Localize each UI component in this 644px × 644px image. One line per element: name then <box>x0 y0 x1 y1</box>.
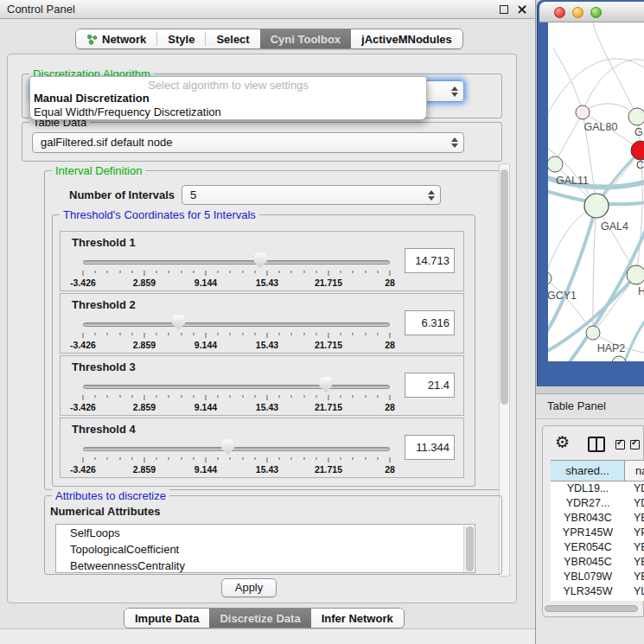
checkbox-icon[interactable] <box>630 440 640 450</box>
slider-track[interactable] <box>83 447 390 451</box>
table-row[interactable]: YIL052CYIL0 <box>551 599 644 601</box>
scrollbar-thumb[interactable] <box>545 605 638 612</box>
table-row[interactable]: YDR27...YDR2 <box>551 496 644 511</box>
column-header-name[interactable]: na <box>625 461 644 481</box>
tick-label: 15.43 <box>256 402 278 412</box>
cell-name[interactable]: YBR0 <box>625 555 644 570</box>
cell-name[interactable]: YIL0 <box>625 599 644 601</box>
cell-shared-name[interactable]: YPR145W <box>551 526 625 540</box>
tab-style[interactable]: Style <box>157 29 205 48</box>
list-item[interactable]: BetweennessCentrality <box>56 558 475 573</box>
zoom-traffic-light-icon[interactable] <box>590 7 602 18</box>
slider-thumb[interactable] <box>172 315 185 330</box>
table-row[interactable]: YBL079WYBL0 <box>551 570 644 584</box>
tick-mark <box>206 457 207 462</box>
tab-network[interactable]: Network <box>76 29 156 48</box>
threshold-value-field[interactable]: 6.316 <box>405 310 455 335</box>
tab-infer-network[interactable]: Infer Network <box>311 609 404 628</box>
float-window-icon[interactable] <box>500 5 508 14</box>
cell-name[interactable]: YBL0 <box>625 570 644 584</box>
tab-discretize-data[interactable]: Discretize Data <box>209 609 310 628</box>
network-icon <box>86 34 98 45</box>
network-node-top-right[interactable] <box>628 108 644 125</box>
table-row[interactable]: YBR045CYBR0 <box>551 555 644 570</box>
gear-icon[interactable]: ⚙ <box>555 434 570 450</box>
column-header-shared-name[interactable]: shared... <box>551 461 625 481</box>
threshold-value-field[interactable]: 21.4 <box>405 373 455 398</box>
slider-track[interactable] <box>83 385 390 389</box>
cell-shared-name[interactable]: YBR045C <box>551 555 625 570</box>
cell-shared-name[interactable]: YDL19... <box>551 481 625 496</box>
cell-shared-name[interactable]: YIL052C <box>551 599 625 601</box>
threshold-slider[interactable]: -3.4262.8599.14415.4321.71528 <box>83 251 390 290</box>
slider-thumb[interactable] <box>221 439 234 455</box>
network-node-hap2[interactable] <box>586 326 600 340</box>
slider-track[interactable] <box>83 322 390 327</box>
network-edge[interactable] <box>553 48 583 112</box>
popup-option-manual-discretization[interactable]: Manual Discretization <box>30 92 426 105</box>
apply-button[interactable]: Apply <box>221 578 277 597</box>
list-vertical-scrollbar[interactable] <box>463 526 474 573</box>
tab-impute-data[interactable]: Impute Data <box>124 609 209 628</box>
network-node-h[interactable] <box>627 265 644 284</box>
table-horizontal-scrollbar[interactable] <box>545 604 643 612</box>
network-canvas[interactable]: GAL80 G GAL11 C GAL4 GCY1 H HAP2 <box>548 22 644 361</box>
list-item[interactable]: SelfLoops <box>56 525 475 541</box>
tick-mark <box>119 395 120 398</box>
scrollbar-thumb[interactable] <box>466 526 474 571</box>
threshold-slider[interactable]: -3.4262.8599.14415.4321.71528 <box>83 375 390 415</box>
cell-shared-name[interactable]: YBR043C <box>551 511 625 526</box>
cell-shared-name[interactable]: YER054C <box>551 540 625 555</box>
cell-name[interactable]: YER0 <box>625 540 644 555</box>
slider-thumb[interactable] <box>319 377 332 392</box>
cell-shared-name[interactable]: YLR345W <box>551 584 625 599</box>
cell-name[interactable]: YPR1 <box>625 526 644 540</box>
cell-name[interactable]: YLR3 <box>625 584 644 599</box>
cell-shared-name[interactable]: YDR27... <box>551 496 625 511</box>
table-row[interactable]: YER054CYER0 <box>551 540 644 555</box>
minimize-traffic-light-icon[interactable] <box>572 7 583 18</box>
network-node-gal4[interactable] <box>584 194 609 218</box>
threshold-panel-1: Threshold 1 -3.4262.8599.14415.4321.7152… <box>60 231 464 291</box>
threshold-value-field[interactable]: 11.344 <box>405 435 455 460</box>
network-edge[interactable] <box>593 275 636 333</box>
network-edge[interactable] <box>548 206 596 278</box>
network-node-gal11[interactable] <box>548 156 563 172</box>
cell-name[interactable]: YBR0 <box>625 511 644 526</box>
network-edge[interactable] <box>591 22 637 117</box>
table-panel-title: Table Panel <box>547 399 606 412</box>
table-row[interactable]: YLR345WYLR3 <box>551 584 644 599</box>
table-row[interactable]: YPR145WYPR1 <box>551 526 644 540</box>
tab-select[interactable]: Select <box>206 29 259 48</box>
numerical-attributes-list[interactable]: SelfLoopsTopologicalCoefficientBetweenne… <box>55 524 475 573</box>
threshold-value-field[interactable]: 14.713 <box>405 248 455 273</box>
threshold-slider[interactable]: -3.4262.8599.14415.4321.71528 <box>83 437 390 477</box>
table-data-combobox[interactable]: galFiltered.sif default node <box>32 132 464 153</box>
slider-ticks <box>83 269 390 276</box>
cell-name[interactable]: YDL1 <box>625 481 644 496</box>
table-row[interactable]: YBR043CYBR0 <box>551 511 644 526</box>
slider-track[interactable] <box>83 260 390 265</box>
cell-shared-name[interactable]: YBL079W <box>551 570 625 584</box>
split-columns-icon[interactable] <box>588 437 605 452</box>
slider-thumb[interactable] <box>254 252 267 268</box>
tab-jactivemnodules[interactable]: jActiveMNodules <box>351 29 462 48</box>
network-edge-thick[interactable] <box>624 318 644 361</box>
threshold-slider[interactable]: -3.4262.8599.14415.4321.71528 <box>83 313 390 353</box>
cell-name[interactable]: YDR2 <box>625 496 644 511</box>
tab-cyni-toolbox[interactable]: Cyni Toolbox <box>260 29 351 48</box>
checkbox-icon[interactable] <box>615 440 625 450</box>
bottom-strip <box>0 628 536 644</box>
network-edge[interactable] <box>555 112 583 164</box>
scrollbar-thumb[interactable] <box>501 169 508 405</box>
table-row[interactable]: YDL19...YDL1 <box>551 481 644 496</box>
network-node-gal80[interactable] <box>576 105 590 119</box>
threshold-panel-3: Threshold 3 -3.4262.8599.14415.4321.7152… <box>60 355 464 416</box>
network-node-bottom[interactable] <box>612 356 626 361</box>
close-traffic-light-icon[interactable] <box>554 7 565 18</box>
popup-option-equal-width-frequency[interactable]: Equal Width/Frequency Discretization <box>30 105 426 119</box>
list-item[interactable]: TopologicalCoefficient <box>56 541 475 558</box>
number-of-intervals-combobox[interactable]: 5 <box>182 185 441 205</box>
tick-mark <box>218 457 219 460</box>
close-icon[interactable] <box>517 4 527 15</box>
